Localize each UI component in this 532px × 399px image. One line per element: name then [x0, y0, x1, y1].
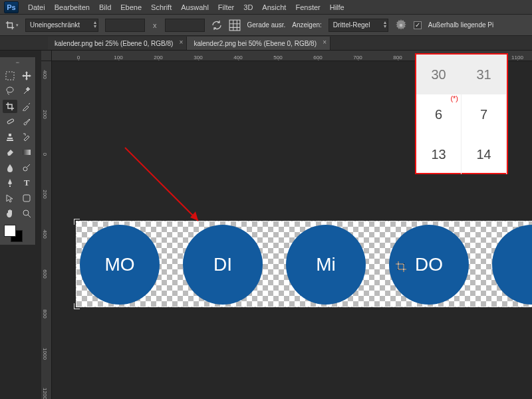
app-logo: Ps [4, 1, 19, 13]
svg-point-8 [23, 210, 29, 215]
calendar-row: 6 (*) 7 [416, 94, 507, 134]
ruler-vertical[interactable]: 400 200 0 200 400 600 800 1000 1200 [41, 61, 52, 399]
crop-tool-icon[interactable]: ▾ [5, 19, 19, 32]
move-tool[interactable] [19, 69, 34, 82]
day-circle-di: DI [183, 225, 263, 305]
eyedropper-tool[interactable] [19, 100, 34, 113]
close-icon[interactable]: × [180, 39, 184, 46]
calendar-cell: 30 [416, 55, 462, 94]
annotation-arrow [118, 144, 211, 231]
crop-cursor-icon [395, 261, 407, 273]
menu-view[interactable]: Ansicht [262, 3, 286, 11]
heal-tool[interactable] [3, 115, 17, 128]
calendar-cell: 7 [462, 94, 507, 134]
calendar-cell: 14 [462, 134, 507, 174]
svg-rect-4 [7, 118, 15, 124]
calendar-row: 13 14 [416, 134, 507, 174]
hand-tool[interactable] [3, 207, 17, 220]
pen-tool[interactable] [3, 176, 17, 190]
aspect-ratio-preset[interactable]: Uneingeschränkt▴▾ [25, 19, 98, 32]
lasso-tool[interactable] [3, 84, 17, 98]
day-circle-next [492, 225, 532, 305]
type-tool[interactable]: T [19, 176, 34, 190]
crop-width-field[interactable] [105, 19, 145, 32]
options-bar: ▾ Uneingeschränkt▴▾ x Gerade ausr. Anzei… [0, 15, 532, 36]
history-brush-tool[interactable] [19, 130, 34, 144]
menu-image[interactable]: Bild [99, 3, 111, 11]
straighten-label: Gerade ausr. [247, 21, 286, 29]
swap-dimensions-button[interactable]: x [153, 21, 157, 29]
svg-marker-10 [190, 211, 198, 221]
event-marker: (*) [450, 94, 458, 102]
svg-rect-2 [6, 72, 14, 80]
calendar-row: 30 31 [416, 55, 507, 94]
straighten-icon[interactable] [229, 19, 241, 31]
menu-edit[interactable]: Bearbeiten [55, 3, 90, 11]
crop-tool[interactable] [3, 100, 17, 113]
delete-cropped-label: Außerhalb liegende Pi [428, 21, 493, 29]
close-icon[interactable]: × [323, 39, 327, 46]
cycle-orientation-icon[interactable] [211, 20, 222, 31]
svg-point-3 [7, 87, 13, 92]
blur-tool[interactable] [3, 161, 17, 174]
svg-rect-5 [23, 150, 31, 155]
show-label: Anzeigen: [292, 21, 321, 29]
stamp-tool[interactable] [3, 130, 17, 144]
crop-settings-icon[interactable] [395, 19, 407, 31]
svg-line-9 [125, 148, 198, 221]
calendar-overlay: 30 31 6 (*) 7 13 14 [415, 53, 508, 174]
svg-rect-7 [23, 195, 30, 201]
ruler-origin[interactable] [41, 51, 52, 61]
calendar-cell: 31 [462, 55, 507, 94]
wand-tool[interactable] [19, 84, 34, 98]
day-circle-mi: Mi [286, 225, 366, 305]
overlay-preset[interactable]: Drittel-Regel▴▾ [329, 19, 388, 32]
menu-help[interactable]: Hilfe [330, 3, 344, 11]
document-tabs: kalender.png bei 25% (Ebene 0, RGB/8)× k… [0, 36, 532, 51]
day-circle-mo: MO [80, 225, 160, 305]
shape-tool[interactable] [19, 192, 34, 205]
calendar-cell: 13 [416, 134, 462, 174]
dodge-tool[interactable] [19, 161, 34, 174]
marquee-tool[interactable] [3, 69, 17, 82]
svg-rect-0 [229, 20, 240, 31]
delete-cropped-checkbox[interactable] [414, 21, 422, 29]
document-canvas[interactable]: MO DI Mi DO [76, 221, 532, 307]
path-select-tool[interactable] [3, 192, 17, 205]
eraser-tool[interactable] [3, 146, 17, 159]
foreground-color[interactable] [4, 225, 16, 237]
svg-point-6 [23, 167, 27, 171]
menu-layer[interactable]: Ebene [120, 3, 142, 11]
menu-bar: Ps Datei Bearbeiten Bild Ebene Schrift A… [0, 0, 532, 15]
gradient-tool[interactable] [19, 146, 34, 159]
menu-file[interactable]: Datei [28, 3, 45, 11]
color-swatches[interactable] [3, 225, 34, 242]
tab-kalender[interactable]: kalender.png bei 25% (Ebene 0, RGB/8)× [48, 37, 187, 50]
menu-select[interactable]: Auswahl [181, 3, 209, 11]
brush-tool[interactable] [19, 115, 34, 128]
calendar-cell: 6 (*) [416, 94, 462, 134]
crop-height-field[interactable] [165, 19, 205, 32]
toolbox: ┅ T [0, 57, 36, 245]
menu-window[interactable]: Fenster [295, 3, 320, 11]
menu-3d[interactable]: 3D [243, 3, 253, 11]
menu-type[interactable]: Schrift [151, 3, 172, 11]
tab-kalender2[interactable]: kalender2.png bei 50% (Ebene 0, RGB/8)× [187, 37, 331, 50]
menu-filter[interactable]: Filter [218, 3, 234, 11]
zoom-tool[interactable] [19, 207, 34, 220]
panel-handle[interactable]: ┅ [3, 60, 34, 66]
